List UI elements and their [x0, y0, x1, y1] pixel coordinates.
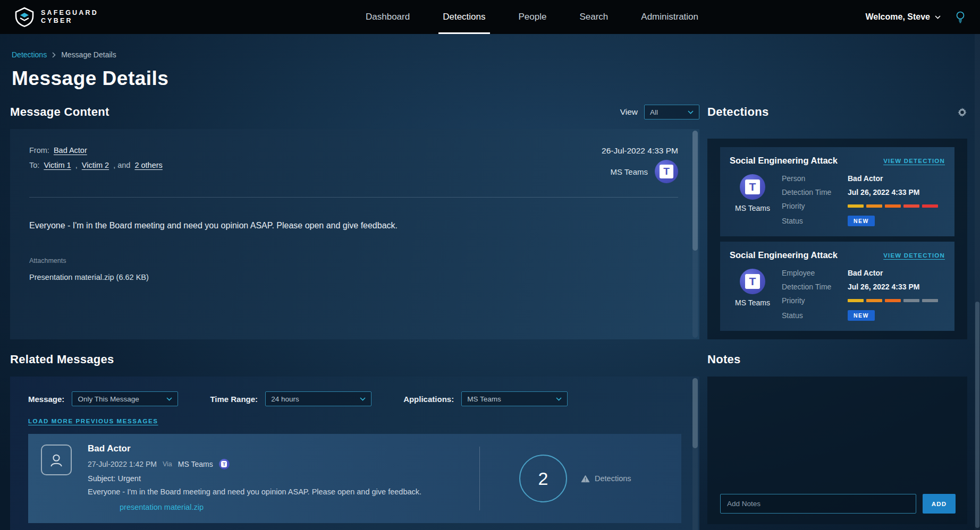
- safeguard-cyber-logo-icon: [14, 7, 35, 27]
- status-label: Status: [782, 217, 848, 225]
- message-subject: Subject: Urgent: [88, 474, 479, 483]
- detection-content: MS Teams Employee Bad Actor Detection Ti…: [730, 269, 945, 321]
- detection-time-label: Detection Time: [782, 188, 848, 196]
- time-range-select[interactable]: 24 hours: [265, 391, 371, 406]
- message-date: 26-Jul-2022 4:33 PM: [602, 146, 678, 156]
- lightbulb-icon[interactable]: [954, 11, 966, 23]
- scrollbar-thumb[interactable]: [975, 302, 979, 528]
- nav-dashboard[interactable]: Dashboard: [366, 0, 410, 34]
- scrollbar-thumb[interactable]: [692, 131, 698, 251]
- breadcrumb: Detections Message Details: [12, 50, 967, 59]
- detection-fields: Employee Bad Actor Detection Time Jul 26…: [782, 269, 945, 321]
- status-label: Status: [782, 311, 848, 320]
- gear-icon[interactable]: [957, 107, 967, 117]
- warning-triangle-icon: [581, 475, 590, 483]
- detections-flag-label: Detections: [595, 474, 631, 483]
- attachment-file[interactable]: Presentation material.zip (6.62 KB): [29, 273, 678, 281]
- detection-channel: MS Teams: [730, 174, 775, 212]
- related-messages-card: Message: Only This Message Time Range: 2…: [10, 377, 699, 530]
- priority-bars: [848, 204, 945, 208]
- detection-time-label: Detection Time: [782, 283, 848, 291]
- attachment-link[interactable]: presentation material.zip: [120, 503, 204, 511]
- detection-count: 2: [538, 468, 548, 489]
- priority-label: Priority: [782, 202, 848, 210]
- main-nav: Dashboard Detections People Search Admin…: [366, 0, 698, 34]
- to-and-text: , and: [113, 161, 130, 169]
- person-value: Bad Actor: [848, 174, 945, 183]
- related-card-scrollbar[interactable]: [692, 378, 698, 530]
- chevron-down-icon: [166, 397, 172, 401]
- related-messages-title: Related Messages: [10, 353, 114, 366]
- view-detection-link[interactable]: VIEW DETECTION: [883, 158, 945, 164]
- attachments-label: Attachments: [29, 257, 678, 264]
- message-card-scrollbar[interactable]: [692, 131, 698, 338]
- time-range-value: 24 hours: [271, 395, 299, 403]
- chevron-right-icon: [52, 52, 56, 58]
- ms-teams-icon: [740, 174, 765, 200]
- right-column: Detections Social Engineering Attack VIE…: [707, 101, 967, 524]
- nav-detections[interactable]: Detections: [443, 0, 485, 34]
- detection-title-row: Social Engineering Attack VIEW DETECTION: [730, 156, 945, 166]
- detection-card: Social Engineering Attack VIEW DETECTION…: [720, 242, 954, 331]
- applications-select[interactable]: MS Teams: [461, 391, 568, 406]
- status-badge: NEW: [848, 310, 875, 321]
- load-more-link[interactable]: LOAD MORE PREVIOUS MESSAGES: [28, 418, 158, 424]
- detection-time-value: Jul 26, 2022 4:33 PM: [848, 283, 945, 291]
- chevron-down-icon: [556, 397, 562, 401]
- related-message-row[interactable]: Bad Actor 27-Jul-2022 1:42 PM Via MS Tea…: [28, 434, 681, 523]
- related-channel-label: MS Teams: [178, 460, 213, 468]
- to-row: To: Victim 1 , Victim 2 , and 2 others: [29, 161, 165, 169]
- detection-card: Social Engineering Attack VIEW DETECTION…: [720, 147, 954, 236]
- message-filter-label: Message:: [28, 395, 64, 404]
- brand-text: SAFEGUARD CYBER: [41, 10, 98, 24]
- detection-title: Social Engineering Attack: [730, 156, 838, 166]
- page-scrollbar[interactable]: [975, 34, 980, 530]
- view-detection-link[interactable]: VIEW DETECTION: [883, 252, 945, 259]
- message-filter-value: Only This Message: [78, 395, 139, 403]
- detection-title: Social Engineering Attack: [730, 250, 838, 260]
- channel-label: MS Teams: [730, 298, 775, 307]
- to-recipient-1-link[interactable]: Victim 1: [44, 161, 71, 169]
- from-link[interactable]: Bad Actor: [54, 146, 87, 155]
- message-filter-select[interactable]: Only This Message: [72, 391, 178, 406]
- message-body: Everyone - I'm in the Board meeting and …: [29, 221, 678, 230]
- to-others-link[interactable]: 2 others: [134, 161, 162, 169]
- related-filters: Message: Only This Message Time Range: 2…: [28, 391, 681, 406]
- to-recipient-2-link[interactable]: Victim 2: [82, 161, 109, 169]
- nav-people[interactable]: People: [519, 0, 547, 34]
- avatar: [41, 444, 72, 475]
- applications-value: MS Teams: [467, 395, 501, 403]
- channel-label: MS Teams: [610, 167, 648, 176]
- detection-channel: MS Teams: [730, 269, 775, 307]
- channel-label: MS Teams: [730, 204, 775, 212]
- detection-count-circle: 2: [519, 455, 567, 502]
- detection-time-value: Jul 26, 2022 4:33 PM: [848, 188, 945, 196]
- message-content-card: From: Bad Actor To: Victim 1 , Victim 2 …: [10, 129, 699, 339]
- priority-bars: [848, 299, 945, 302]
- detections-flag: Detections: [581, 474, 631, 483]
- scrollbar-thumb[interactable]: [692, 378, 698, 448]
- time-range-filter-label: Time Range:: [210, 395, 258, 404]
- user-menu[interactable]: Welcome, Steve: [865, 12, 941, 22]
- brand[interactable]: SAFEGUARD CYBER: [14, 0, 98, 34]
- status-badge: NEW: [848, 216, 875, 226]
- detections-panel: Social Engineering Attack VIEW DETECTION…: [707, 139, 967, 339]
- view-group: View All: [620, 105, 699, 119]
- breadcrumb-detections-link[interactable]: Detections: [12, 50, 47, 59]
- message-metrics: 2 Detections: [479, 447, 669, 510]
- add-notes-input[interactable]: [720, 494, 916, 514]
- notes-title: Notes: [707, 353, 741, 366]
- detection-content: MS Teams Person Bad Actor Detection Time…: [730, 174, 945, 226]
- message-meta-row: 27-Jul-2022 1:42 PM Via MS Teams: [88, 459, 479, 469]
- person-label: Person: [782, 174, 848, 183]
- to-separator: ,: [75, 161, 78, 169]
- nav-search[interactable]: Search: [579, 0, 608, 34]
- ms-teams-icon: [655, 160, 678, 183]
- view-select[interactable]: All: [644, 105, 699, 119]
- message-filter-group: Message: Only This Message: [28, 391, 178, 406]
- add-note-button[interactable]: ADD: [923, 494, 956, 514]
- applications-filter-group: Applications: MS Teams: [403, 391, 568, 406]
- nav-administration[interactable]: Administration: [641, 0, 698, 34]
- message-preview: Everyone - I'm in the Board meeting and …: [88, 488, 479, 496]
- topbar-right: Welcome, Steve: [865, 0, 966, 34]
